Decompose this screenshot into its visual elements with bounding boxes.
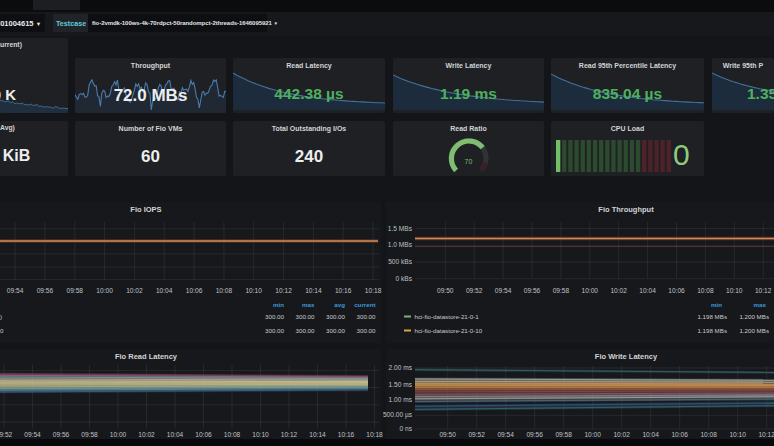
svg-text:1.200 MBs: 1.200 MBs bbox=[739, 327, 769, 334]
svg-text:10:14: 10:14 bbox=[309, 431, 326, 438]
svg-text:10:10: 10:10 bbox=[729, 431, 746, 438]
svg-text:10:10: 10:10 bbox=[726, 287, 743, 294]
svg-text:1.198 MBs: 1.198 MBs bbox=[697, 327, 727, 334]
svg-text:1.50 ms: 1.50 ms bbox=[389, 381, 413, 388]
svg-text:1.0 MBs: 1.0 MBs bbox=[388, 241, 413, 248]
svg-text:10:08: 10:08 bbox=[224, 431, 241, 438]
svg-text:09:58: 09:58 bbox=[553, 287, 570, 294]
svg-text:09:50: 09:50 bbox=[437, 287, 454, 294]
svg-text:10:06: 10:06 bbox=[195, 431, 212, 438]
svg-text:300.00: 300.00 bbox=[357, 313, 376, 320]
svg-text:): ) bbox=[0, 313, 2, 320]
svg-text:300.00: 300.00 bbox=[326, 327, 345, 334]
svg-text:hci-fio-datastore-21-0-10: hci-fio-datastore-21-0-10 bbox=[415, 327, 483, 334]
svg-text:09:58: 09:58 bbox=[81, 431, 98, 438]
svg-text:10:02: 10:02 bbox=[610, 287, 627, 294]
svg-text:0 kBs: 0 kBs bbox=[396, 275, 413, 282]
svg-text:10:04: 10:04 bbox=[167, 431, 184, 438]
svg-text:09:56: 09:56 bbox=[524, 287, 541, 294]
svg-text:10:16: 10:16 bbox=[335, 287, 352, 294]
svg-text:10:08: 10:08 bbox=[216, 287, 233, 294]
svg-text:10:06: 10:06 bbox=[186, 287, 203, 294]
svg-text:avg: avg bbox=[334, 301, 345, 308]
svg-text:10:10: 10:10 bbox=[245, 287, 262, 294]
svg-text:10:00: 10:00 bbox=[582, 287, 599, 294]
svg-text:min: min bbox=[273, 301, 284, 308]
svg-text:09:58: 09:58 bbox=[67, 287, 84, 294]
svg-text:10:04: 10:04 bbox=[642, 431, 659, 438]
svg-text:300.00: 300.00 bbox=[265, 313, 284, 320]
svg-text:10:00: 10:00 bbox=[96, 287, 113, 294]
svg-text:09:54: 09:54 bbox=[7, 287, 24, 294]
svg-text:0 ns: 0 ns bbox=[400, 425, 413, 432]
svg-text:10:00: 10:00 bbox=[584, 431, 601, 438]
svg-text:10:08: 10:08 bbox=[697, 287, 714, 294]
svg-text:10:00: 10:00 bbox=[110, 431, 127, 438]
svg-text:300.00: 300.00 bbox=[357, 327, 376, 334]
svg-text:500 kBs: 500 kBs bbox=[388, 258, 413, 265]
svg-text:1.5 MBs: 1.5 MBs bbox=[388, 225, 413, 232]
svg-text:300.00: 300.00 bbox=[296, 313, 315, 320]
svg-text:09:54: 09:54 bbox=[24, 431, 41, 438]
svg-text:09:56: 09:56 bbox=[53, 431, 70, 438]
svg-text:09:54: 09:54 bbox=[497, 431, 514, 438]
svg-text:09:52: 09:52 bbox=[466, 287, 483, 294]
svg-text:10:12: 10:12 bbox=[281, 431, 298, 438]
svg-text:1.00 ms: 1.00 ms bbox=[389, 396, 413, 403]
svg-text:10:08: 10:08 bbox=[700, 431, 717, 438]
svg-text:10:04: 10:04 bbox=[156, 287, 173, 294]
svg-text:09:54: 09:54 bbox=[495, 287, 512, 294]
svg-text:10:12: 10:12 bbox=[275, 287, 292, 294]
svg-text:1.198 MBs: 1.198 MBs bbox=[697, 313, 727, 320]
svg-text:500.00 µs: 500.00 µs bbox=[383, 411, 413, 419]
svg-text:09:50: 09:50 bbox=[439, 431, 456, 438]
svg-text:09:56: 09:56 bbox=[526, 431, 543, 438]
svg-text:09:52: 09:52 bbox=[0, 431, 13, 438]
svg-text:09:52: 09:52 bbox=[468, 431, 485, 438]
svg-text:10:02: 10:02 bbox=[613, 431, 630, 438]
svg-text:10:06: 10:06 bbox=[671, 431, 688, 438]
svg-text:10:02: 10:02 bbox=[138, 431, 155, 438]
svg-text:max: max bbox=[302, 301, 315, 308]
svg-text:10:18: 10:18 bbox=[365, 287, 382, 294]
svg-text:10:16: 10:16 bbox=[338, 431, 355, 438]
svg-text:2.00 ms: 2.00 ms bbox=[389, 364, 413, 371]
svg-text:current: current bbox=[354, 301, 375, 308]
svg-text:09:56: 09:56 bbox=[37, 287, 54, 294]
svg-text:300.00: 300.00 bbox=[265, 327, 284, 334]
svg-text:max: max bbox=[754, 301, 767, 308]
svg-text:10:02: 10:02 bbox=[126, 287, 143, 294]
svg-text:hci-fio-datastore-21-0-1: hci-fio-datastore-21-0-1 bbox=[415, 313, 480, 320]
svg-text:10:14: 10:14 bbox=[305, 287, 322, 294]
svg-text:0: 0 bbox=[0, 327, 4, 334]
svg-text:10:06: 10:06 bbox=[668, 287, 685, 294]
svg-text:10:04: 10:04 bbox=[639, 287, 656, 294]
svg-text:min: min bbox=[711, 301, 722, 308]
svg-text:10:18: 10:18 bbox=[366, 431, 383, 438]
svg-text:300.00: 300.00 bbox=[326, 313, 345, 320]
svg-text:10:12: 10:12 bbox=[755, 287, 772, 294]
svg-text:10:12: 10:12 bbox=[758, 431, 774, 438]
svg-text:1.200 MBs: 1.200 MBs bbox=[739, 313, 769, 320]
svg-text:09:58: 09:58 bbox=[555, 431, 572, 438]
svg-text:300.00: 300.00 bbox=[296, 327, 315, 334]
svg-text:10:10: 10:10 bbox=[252, 431, 269, 438]
